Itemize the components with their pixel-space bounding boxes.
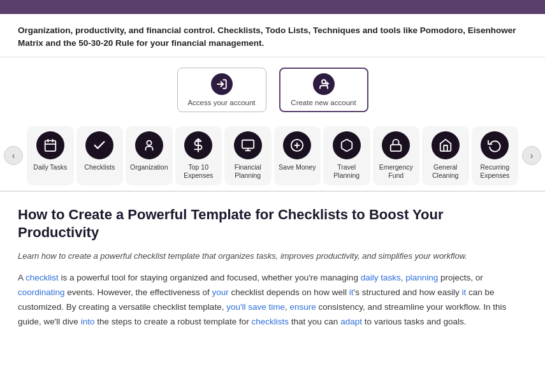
- highlight-daily-tasks: daily tasks: [361, 273, 401, 282]
- save-money-label: Save Money: [279, 163, 316, 172]
- checklists-icon: [85, 131, 113, 159]
- highlight-save: you'll save: [226, 302, 266, 312]
- svg-rect-16: [391, 145, 402, 151]
- general-cleaning-icon: [432, 131, 460, 159]
- category-emergency-fund[interactable]: Emergency Fund: [373, 126, 420, 185]
- recurring-expenses-icon: [481, 131, 509, 159]
- highlight-checklist: checklist: [25, 273, 59, 282]
- daily-tasks-label: Daily Tasks: [33, 163, 67, 172]
- category-travel-planning[interactable]: Travel Planning: [323, 126, 370, 185]
- create-account-label: Create new account: [291, 99, 356, 106]
- carousel-section: ‹ Daily Tasks Checklists: [0, 121, 545, 192]
- emergency-fund-icon: [382, 131, 410, 159]
- checklists-label: Checklists: [84, 163, 115, 172]
- top10-expenses-label: Top 10 Expenses: [178, 163, 220, 180]
- travel-planning-icon: [333, 131, 361, 159]
- highlight-coordinating: coordinating: [18, 287, 65, 297]
- access-account-label: Access your account: [187, 99, 255, 106]
- carousel-items: Daily Tasks Checklists Organization: [27, 126, 518, 185]
- organization-icon: [135, 131, 163, 159]
- svg-point-8: [147, 140, 151, 145]
- organization-label: Organization: [130, 163, 168, 172]
- intro-text: Organization, productivity, and financia…: [18, 24, 527, 50]
- article-section: How to Create a Powerful Template for Ch…: [0, 192, 545, 342]
- category-daily-tasks[interactable]: Daily Tasks: [27, 126, 74, 185]
- top-bar: [0, 0, 545, 14]
- highlight-into: into: [81, 317, 95, 326]
- top10-expenses-icon: [184, 131, 212, 159]
- highlight-ensure: ensure: [290, 302, 316, 312]
- account-buttons: Access your account Create new account: [0, 57, 545, 121]
- svg-point-1: [322, 80, 326, 83]
- svg-rect-4: [45, 140, 56, 151]
- highlight-it2: it: [462, 287, 467, 297]
- create-account-button[interactable]: Create new account: [279, 68, 368, 112]
- travel-planning-label: Travel Planning: [326, 163, 368, 180]
- save-money-icon: [283, 131, 311, 159]
- create-account-icon: [313, 73, 335, 95]
- category-organization[interactable]: Organization: [126, 126, 173, 185]
- access-account-icon: [211, 73, 233, 95]
- emergency-fund-label: Emergency Fund: [375, 163, 418, 180]
- highlight-time: time: [269, 302, 286, 312]
- category-recurring-expenses[interactable]: Recurring Expenses: [472, 126, 519, 185]
- carousel-right-arrow[interactable]: ›: [522, 146, 541, 165]
- category-general-cleaning[interactable]: General Cleaning: [422, 126, 469, 185]
- daily-tasks-icon: [36, 131, 64, 159]
- highlight-checklists2: checklists: [252, 317, 289, 326]
- highlight-your: your: [212, 287, 228, 297]
- article-body: A checklist is a powerful tool for stayi…: [18, 271, 527, 330]
- intro-section: Organization, productivity, and financia…: [0, 14, 545, 57]
- category-save-money[interactable]: Save Money: [274, 126, 321, 185]
- article-title: How to Create a Powerful Template for Ch…: [18, 206, 527, 242]
- category-checklists[interactable]: Checklists: [76, 126, 124, 185]
- recurring-expenses-label: Recurring Expenses: [474, 163, 516, 180]
- carousel-left-arrow[interactable]: ‹: [4, 146, 23, 165]
- highlight-planning: planning: [405, 273, 438, 282]
- financial-planning-label: Financial Planning: [227, 163, 269, 180]
- svg-rect-10: [242, 140, 254, 148]
- category-financial-planning[interactable]: Financial Planning: [224, 126, 272, 185]
- category-top10-expenses[interactable]: Top 10 Expenses: [175, 126, 222, 185]
- article-subtitle: Learn how to create a powerful checklist…: [18, 250, 527, 263]
- financial-planning-icon: [234, 131, 262, 159]
- general-cleaning-label: General Cleaning: [425, 163, 467, 180]
- access-account-button[interactable]: Access your account: [177, 68, 266, 112]
- highlight-it: it: [349, 287, 354, 297]
- highlight-adapt: adapt: [340, 317, 362, 326]
